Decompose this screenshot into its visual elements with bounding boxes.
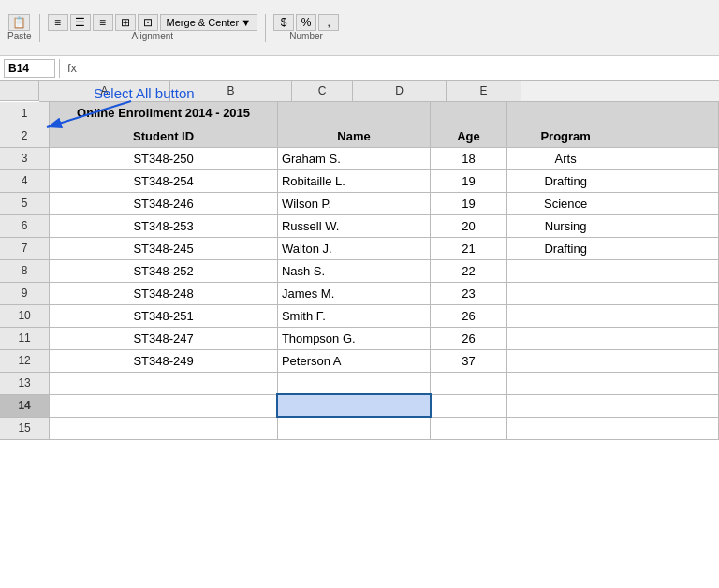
header-cell[interactable]: Program: [506, 125, 624, 147]
align-left-icon[interactable]: ≡: [48, 14, 68, 31]
grid-cell[interactable]: [277, 417, 430, 439]
table-row: 2 Student ID Name Age Program: [0, 125, 719, 147]
grid-cell[interactable]: Nash S.: [277, 259, 430, 282]
grid-cell[interactable]: Peterson A: [277, 349, 430, 372]
select-all-button[interactable]: [0, 81, 39, 101]
grid-cell[interactable]: [624, 327, 719, 349]
grid-cell[interactable]: Graham S.: [277, 147, 430, 169]
grid-cell[interactable]: ST348-252: [50, 259, 278, 282]
dollar-button[interactable]: $: [273, 14, 294, 31]
grid-cell[interactable]: [506, 304, 624, 327]
grid-cell[interactable]: [277, 372, 430, 394]
title-cell[interactable]: Online Enrollment 2014 - 2015: [50, 102, 278, 125]
grid-cell[interactable]: [506, 394, 624, 417]
grid-cell[interactable]: [506, 327, 624, 349]
formula-input[interactable]: [84, 59, 715, 78]
grid-cell[interactable]: [506, 102, 624, 125]
grid-cell[interactable]: ST348-248: [50, 282, 278, 304]
paste-button[interactable]: 📋: [8, 14, 30, 31]
grid-cell[interactable]: ST348-250: [50, 147, 278, 169]
table-row: 15: [0, 417, 719, 439]
grid-cell[interactable]: Walton J.: [277, 237, 430, 259]
row-number: 5: [0, 192, 50, 214]
merge-center-button[interactable]: Merge & Center ▼: [160, 14, 258, 31]
col-header-e[interactable]: E: [447, 81, 521, 101]
grid-cell[interactable]: 18: [431, 147, 507, 169]
grid-cell[interactable]: [624, 282, 719, 304]
selected-cell[interactable]: [277, 394, 430, 417]
grid-cell[interactable]: ST348-254: [50, 169, 278, 192]
grid-cell[interactable]: ST348-247: [50, 327, 278, 349]
grid-cell[interactable]: [506, 372, 624, 394]
grid-cell[interactable]: [431, 394, 507, 417]
cell-reference-input[interactable]: [4, 59, 55, 78]
grid-cell[interactable]: [50, 372, 278, 394]
grid-cell[interactable]: [624, 417, 719, 439]
merge-center-dropdown-icon[interactable]: ▼: [241, 17, 251, 28]
align-center-icon[interactable]: ☰: [70, 14, 91, 31]
grid-cell[interactable]: 26: [431, 327, 507, 349]
column-headers: A B C D E: [39, 81, 719, 102]
grid-cell[interactable]: James M.: [277, 282, 430, 304]
grid-cell[interactable]: ST348-245: [50, 237, 278, 259]
grid-cell[interactable]: [624, 372, 719, 394]
grid-cell[interactable]: [624, 349, 719, 372]
indent-icon[interactable]: ⊞: [115, 14, 136, 31]
grid-cell[interactable]: ST348-246: [50, 192, 278, 214]
grid-cell[interactable]: [431, 102, 507, 125]
grid-cell[interactable]: [431, 372, 507, 394]
grid-cell[interactable]: ST348-253: [50, 214, 278, 237]
grid-cell[interactable]: [50, 394, 278, 417]
col-header-d[interactable]: D: [353, 81, 447, 101]
grid-cell[interactable]: [624, 259, 719, 282]
grid-cell[interactable]: [277, 102, 430, 125]
grid-cell[interactable]: [506, 417, 624, 439]
grid-cell[interactable]: [624, 169, 719, 192]
grid-cell[interactable]: 26: [431, 304, 507, 327]
grid-cell[interactable]: Robitaille L.: [277, 169, 430, 192]
grid-cell[interactable]: Nursing: [506, 214, 624, 237]
grid-cell[interactable]: [624, 125, 719, 147]
grid-cell[interactable]: Smith F.: [277, 304, 430, 327]
header-cell[interactable]: Student ID: [50, 125, 278, 147]
grid-cell[interactable]: Wilson P.: [277, 192, 430, 214]
grid-cell[interactable]: [624, 304, 719, 327]
percent-button[interactable]: %: [296, 14, 316, 31]
grid-cell[interactable]: [506, 259, 624, 282]
header-cell[interactable]: Age: [431, 125, 507, 147]
grid-cell[interactable]: [624, 192, 719, 214]
grid-cell[interactable]: Russell W.: [277, 214, 430, 237]
grid-cell[interactable]: [624, 147, 719, 169]
table-row: 6 ST348-253 Russell W. 20 Nursing: [0, 214, 719, 237]
grid-cell[interactable]: Drafting: [506, 169, 624, 192]
grid-cell[interactable]: [624, 394, 719, 417]
grid-cell[interactable]: 37: [431, 349, 507, 372]
grid-cell[interactable]: [624, 214, 719, 237]
col-header-b[interactable]: B: [170, 81, 292, 101]
grid-cell[interactable]: [431, 417, 507, 439]
table-row: 11 ST348-247 Thompson G. 26: [0, 327, 719, 349]
col-header-c[interactable]: C: [292, 81, 353, 101]
grid-cell[interactable]: ST348-249: [50, 349, 278, 372]
grid-cell[interactable]: 19: [431, 192, 507, 214]
align-right-icon[interactable]: ≡: [93, 14, 113, 31]
grid-cell[interactable]: [624, 102, 719, 125]
grid-cell[interactable]: ST348-251: [50, 304, 278, 327]
grid-cell[interactable]: [506, 282, 624, 304]
grid-cell[interactable]: Thompson G.: [277, 327, 430, 349]
grid-cell[interactable]: [624, 237, 719, 259]
grid-cell[interactable]: 20: [431, 214, 507, 237]
grid-cell[interactable]: Arts: [506, 147, 624, 169]
grid-cell[interactable]: 21: [431, 237, 507, 259]
header-cell[interactable]: Name: [277, 125, 430, 147]
grid-cell[interactable]: Science: [506, 192, 624, 214]
grid-cell[interactable]: Drafting: [506, 237, 624, 259]
grid-cell[interactable]: 19: [431, 169, 507, 192]
comma-button[interactable]: ,: [318, 14, 339, 31]
col-header-a[interactable]: A: [39, 81, 170, 101]
grid-cell[interactable]: 22: [431, 259, 507, 282]
wrap-icon[interactable]: ⊡: [138, 14, 158, 31]
grid-cell[interactable]: [50, 417, 278, 439]
grid-cell[interactable]: [506, 349, 624, 372]
grid-cell[interactable]: 23: [431, 282, 507, 304]
